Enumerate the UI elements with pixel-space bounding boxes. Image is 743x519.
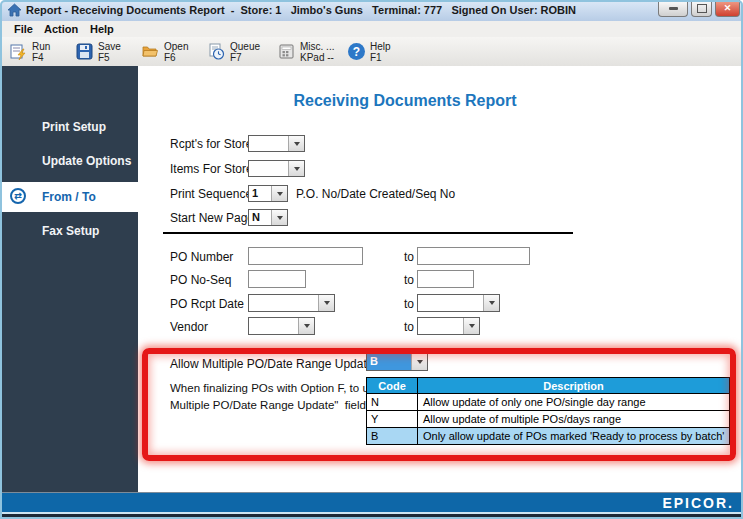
to-label: to <box>404 297 414 311</box>
items-for-store-combo[interactable] <box>248 160 305 177</box>
po-number-to-input[interactable] <box>417 247 530 265</box>
po-no-seq-from-input[interactable] <box>248 270 306 288</box>
footer-dark-strip <box>0 514 743 519</box>
chevron-down-icon[interactable] <box>288 136 304 151</box>
menu-action[interactable]: Action <box>40 22 82 37</box>
po-number-from-input[interactable] <box>248 247 363 265</box>
sidebar-item-label: From / To <box>42 190 96 204</box>
run-label: RunF4 <box>32 41 50 63</box>
to-label: to <box>404 320 414 334</box>
toolbar: RunF4 SaveF5 <box>2 37 741 67</box>
title-bar: Report - Receiving Documents Report - St… <box>0 0 743 22</box>
menu-file[interactable]: File <box>10 22 37 37</box>
vendor-to-combo[interactable] <box>417 317 480 335</box>
print-sequence-description: P.O. No/Date Created/Seq No <box>296 187 455 201</box>
option-code: B <box>367 428 418 444</box>
queue-button[interactable]: QueueF7 <box>208 37 260 66</box>
po-no-seq-label: PO No-Seq <box>170 273 231 287</box>
code-option-row-b-selected[interactable]: B Only allow update of POs marked 'Ready… <box>367 427 729 444</box>
finalize-note-line1: When finalizing POs with Option F, to up <box>170 382 375 394</box>
close-icon: ✕ <box>724 3 732 13</box>
run-button[interactable]: RunF4 <box>10 37 50 66</box>
chevron-down-icon[interactable] <box>411 354 427 370</box>
app-window: Report - Receiving Documents Report - St… <box>0 0 743 519</box>
allow-multiple-po-combo[interactable]: B <box>366 353 428 371</box>
epicor-logo: EPICOR. <box>662 495 734 511</box>
menu-bar: File Action Help <box>2 21 741 38</box>
vendor-label: Vendor <box>170 320 208 334</box>
menu-help[interactable]: Help <box>86 22 118 37</box>
finalize-note-line2: Multiple PO/Date Range Update" field t <box>170 399 372 411</box>
open-folder-icon <box>142 43 159 60</box>
description-column-header: Description <box>418 380 729 392</box>
chevron-down-icon[interactable] <box>271 210 287 225</box>
close-button[interactable]: ✕ <box>715 0 740 17</box>
keypad-icon <box>278 43 295 60</box>
queue-icon <box>208 43 225 60</box>
sidebar-item-fax-setup[interactable]: Fax Setup <box>2 218 138 244</box>
po-rcpt-date-label: PO Rcpt Date <box>170 297 244 311</box>
home-icon <box>7 3 22 22</box>
chevron-down-icon[interactable] <box>298 318 314 334</box>
vendor-from-combo[interactable] <box>248 317 315 335</box>
chevron-down-icon[interactable] <box>483 295 499 311</box>
dropdown-header-row: Code Description <box>367 378 729 393</box>
sidebar-item-print-setup[interactable]: Print Setup <box>2 114 138 140</box>
code-option-row-y[interactable]: Y Allow update of multiple POs/days rang… <box>367 410 729 427</box>
sidebar-item-update-options[interactable]: Update Options <box>2 148 138 174</box>
minimize-icon <box>669 7 678 10</box>
chevron-down-icon[interactable] <box>288 161 304 176</box>
po-number-label: PO Number <box>170 250 233 264</box>
chevron-down-icon[interactable] <box>463 318 479 334</box>
option-description: Allow update of multiple POs/days range <box>418 413 729 425</box>
option-code: Y <box>367 411 418 427</box>
rcpts-for-store-combo[interactable] <box>248 135 305 152</box>
help-icon: ? <box>348 43 365 60</box>
save-label: SaveF5 <box>98 41 121 63</box>
start-new-page-label: Start New Page <box>170 211 254 225</box>
run-icon <box>10 43 27 60</box>
from-to-sync-icon: ⇄ <box>10 188 26 204</box>
open-label: OpenF6 <box>164 41 188 63</box>
help-label: HelpF1 <box>370 41 391 63</box>
page-title: Receiving Documents Report <box>150 92 660 110</box>
option-description: Only allow update of POs marked 'Ready t… <box>418 430 729 442</box>
open-button[interactable]: OpenF6 <box>142 37 188 66</box>
maximize-button[interactable] <box>691 0 712 17</box>
to-label: to <box>404 273 414 287</box>
save-icon <box>76 43 93 60</box>
po-no-seq-to-input[interactable] <box>417 270 474 288</box>
section-divider <box>163 232 573 234</box>
rcpts-for-store-label: Rcpt's for Store <box>170 137 252 151</box>
items-for-store-label: Items For Store <box>170 162 253 176</box>
print-sequence-label: Print Sequence <box>170 187 252 201</box>
to-label: to <box>404 250 414 264</box>
save-button[interactable]: SaveF5 <box>76 37 121 66</box>
print-sequence-combo[interactable]: 1 <box>248 185 288 202</box>
chevron-down-icon[interactable] <box>318 295 334 311</box>
window-title: Report - Receiving Documents Report - St… <box>26 4 576 16</box>
misc-kpad-button[interactable]: Misc. ...KPad -- <box>278 37 334 66</box>
code-option-row-n[interactable]: N Allow update of only one PO/single day… <box>367 393 729 410</box>
footer-bar: EPICOR. <box>0 493 743 512</box>
po-rcpt-date-to-combo[interactable] <box>417 294 500 312</box>
start-new-page-combo[interactable]: N <box>248 209 288 226</box>
sidebar: Print Setup Update Options ⇄ From / To F… <box>2 66 138 492</box>
misc-kpad-label: Misc. ...KPad -- <box>300 41 334 63</box>
sidebar-item-from-to[interactable]: ⇄ From / To <box>2 182 138 212</box>
maximize-icon <box>697 4 707 13</box>
option-description: Allow update of only one PO/single day r… <box>418 396 729 408</box>
option-code: N <box>367 394 418 410</box>
help-button[interactable]: ? HelpF1 <box>348 37 391 66</box>
allow-multiple-po-label: Allow Multiple PO/Date Range Update <box>170 357 373 371</box>
po-rcpt-date-from-combo[interactable] <box>248 294 335 312</box>
code-dropdown-table: Code Description N Allow update of only … <box>366 377 730 445</box>
minimize-button[interactable] <box>658 0 688 17</box>
queue-label: QueueF7 <box>230 41 260 63</box>
chevron-down-icon[interactable] <box>271 186 287 201</box>
code-column-header: Code <box>367 378 418 393</box>
